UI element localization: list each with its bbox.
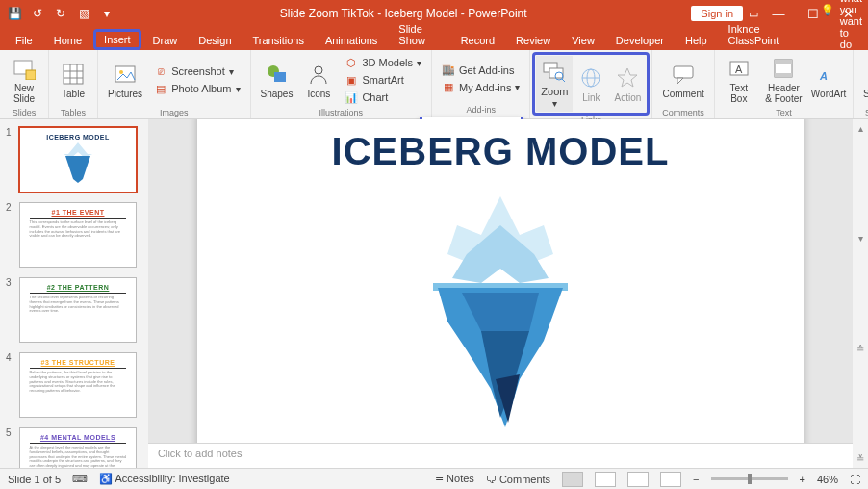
tab-view[interactable]: View [562, 31, 604, 50]
slide-thumbnails[interactable]: 1 ICEBERG MODEL 2 #1 THE EVENT This corr… [0, 119, 148, 468]
notes-pane[interactable]: Click to add notes [148, 443, 853, 468]
notes-toggle[interactable]: ≐ Notes [435, 473, 474, 485]
tab-help[interactable]: Help [676, 31, 717, 50]
get-addins-button[interactable]: 🏬Get Add-ins [438, 63, 523, 78]
tab-record[interactable]: Record [451, 31, 504, 50]
screenshot-button[interactable]: ⎚Screenshot ▾ [150, 64, 243, 79]
quick-access-toolbar: 💾 ↺ ↻ ▧ ▾ [6, 5, 115, 22]
tab-home[interactable]: Home [44, 31, 91, 50]
shapes-button[interactable]: Shapes [257, 52, 297, 108]
icons-icon [306, 62, 331, 87]
wordart-icon: A [816, 62, 841, 87]
svg-rect-20 [674, 66, 693, 78]
window-title: Slide Zoom TikTok - Iceberg Model - Powe… [115, 7, 691, 20]
zoom-slider[interactable] [711, 477, 788, 480]
group-comments: Comment Comments [652, 50, 714, 118]
vertical-scrollbar[interactable]: ▴ ▾ ≙ ≚ [853, 119, 868, 468]
photo-album-button[interactable]: ▤Photo Album ▾ [150, 81, 243, 96]
zoom-in-button[interactable]: + [800, 474, 805, 485]
qat-more-icon[interactable]: ▾ [98, 5, 115, 22]
thumb-2[interactable]: #1 THE EVENT This corresponds to the sur… [19, 202, 137, 268]
svg-marker-19 [618, 68, 637, 87]
tab-classpoint[interactable]: Inknoe ClassPoint [719, 19, 804, 50]
pictures-button[interactable]: Pictures [104, 52, 146, 108]
3d-models-button[interactable]: ⬡3D Models ▾ [341, 55, 425, 70]
thumb-3[interactable]: #2 THE PATTERN The second level represen… [19, 277, 137, 343]
tab-transitions[interactable]: Transitions [243, 31, 314, 50]
zoom-out-button[interactable]: − [693, 474, 699, 485]
comment-button[interactable]: Comment [658, 52, 707, 108]
slide-sorter-button[interactable] [595, 472, 616, 487]
slide-counter: Slide 1 of 5 [8, 474, 61, 485]
text-box-button[interactable]: A Text Box [721, 52, 757, 108]
thumb-1[interactable]: ICEBERG MODEL [19, 127, 137, 193]
scroll-up-icon[interactable]: ▴ [858, 123, 863, 134]
header-footer-button[interactable]: Header & Footer [761, 52, 806, 108]
new-slide-button[interactable]: New Slide [6, 52, 42, 108]
slide-area[interactable]: ICEBERG MODEL [148, 119, 853, 443]
svg-line-15 [562, 79, 565, 82]
wordart-button[interactable]: A WordArt [810, 52, 847, 108]
tab-insert[interactable]: Insert [93, 29, 141, 50]
header-footer-icon [771, 56, 796, 81]
chart-button[interactable]: 📊Chart [341, 90, 425, 105]
tab-review[interactable]: Review [506, 31, 560, 50]
tab-slideshow[interactable]: Slide Show [389, 19, 448, 50]
tab-developer[interactable]: Developer [606, 31, 674, 50]
prev-slide-icon[interactable]: ≙ [856, 344, 864, 354]
photo-album-icon: ▤ [154, 82, 167, 95]
smartart-button[interactable]: ▣SmartArt [341, 72, 425, 88]
lightbulb-icon: 💡 [821, 4, 834, 16]
svg-rect-26 [775, 73, 792, 77]
svg-rect-25 [775, 60, 792, 64]
zoom-icon [542, 59, 567, 84]
accessibility-status[interactable]: ♿ Accessibility: Investigate [99, 473, 230, 485]
fit-to-window-button[interactable]: ⛶ [850, 474, 860, 485]
symbols-button[interactable]: Ω Symbols [859, 52, 868, 108]
iceberg-thumb-icon [54, 141, 102, 183]
tell-me[interactable]: 💡 Tell me what you want to do [805, 0, 862, 50]
start-slideshow-icon[interactable]: ▧ [75, 5, 92, 22]
thumb-5[interactable]: #4 MENTAL MODELS At the deepest level, t… [19, 427, 137, 468]
slide: ICEBERG MODEL [197, 119, 804, 443]
tab-draw[interactable]: Draw [143, 31, 188, 50]
group-slides: New Slide Slides [0, 50, 49, 118]
tab-file[interactable]: File [6, 31, 42, 50]
comments-toggle[interactable]: 🗨 Comments [486, 474, 550, 485]
svg-text:A: A [819, 70, 828, 82]
group-addins: 🏬Get Add-ins ▦My Add-ins ▾ Add-ins [432, 50, 530, 118]
workspace: 1 ICEBERG MODEL 2 #1 THE EVENT This corr… [0, 119, 868, 468]
thumb-4[interactable]: #3 THE STRUCTURE Below the patterns, the… [19, 352, 137, 418]
action-button[interactable]: Action [609, 56, 646, 112]
icons-button[interactable]: Icons [300, 52, 337, 108]
comment-icon [671, 62, 696, 87]
text-box-icon: A [727, 56, 752, 81]
tab-animations[interactable]: Animations [316, 31, 387, 50]
ribbon-tabs: File Home Insert Draw Design Transitions… [0, 27, 868, 50]
slideshow-view-button[interactable] [660, 472, 681, 487]
zoom-level[interactable]: 46% [817, 474, 838, 485]
language-icon[interactable]: ⌨ [72, 473, 88, 485]
reading-view-button[interactable] [627, 472, 649, 487]
zoom-button[interactable]: Zoom▾ [536, 56, 573, 112]
tab-design[interactable]: Design [189, 31, 241, 50]
cube-icon: ⬡ [345, 56, 358, 69]
smartart-icon: ▣ [345, 73, 358, 87]
link-button[interactable]: Link [573, 56, 609, 112]
redo-icon[interactable]: ↻ [52, 5, 69, 22]
group-symbols: Ω Symbols Symbols [854, 50, 868, 118]
save-icon[interactable]: 💾 [6, 5, 23, 22]
svg-rect-2 [64, 64, 83, 84]
ribbon-options-icon[interactable]: ▭ [749, 8, 758, 20]
normal-view-button[interactable] [562, 472, 583, 487]
undo-icon[interactable]: ↺ [29, 5, 46, 22]
table-button[interactable]: Table [55, 52, 91, 108]
action-icon [615, 65, 640, 90]
slide-title: ICEBERG MODEL [332, 130, 670, 173]
next-slide-icon[interactable]: ≚ [856, 453, 864, 464]
ribbon: New Slide Slides Table Tables Pictures ⎚… [0, 50, 868, 119]
my-addins-button[interactable]: ▦My Add-ins ▾ [438, 80, 523, 95]
zoom-highlight: Zoom▾ Link Action [532, 52, 650, 116]
scroll-down-icon[interactable]: ▾ [858, 233, 863, 244]
link-icon [578, 65, 603, 90]
